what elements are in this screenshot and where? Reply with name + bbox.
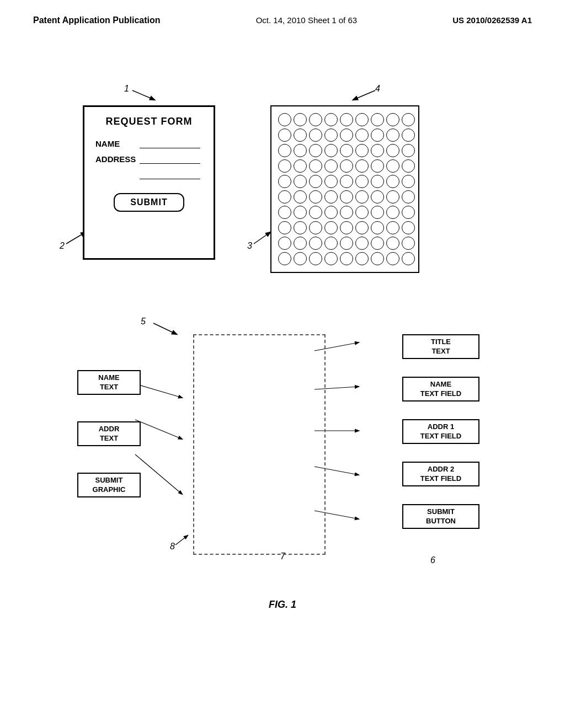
circles-grid	[278, 113, 412, 265]
circle-cell	[402, 144, 415, 157]
circle-cell	[294, 206, 307, 219]
circle-cell	[340, 237, 353, 250]
circle-cell	[355, 252, 369, 265]
header-right: US 2010/0262539 A1	[452, 15, 532, 25]
circle-cell	[340, 113, 353, 126]
circle-cell	[402, 113, 415, 126]
circle-cell	[386, 144, 399, 157]
circle-cell	[278, 190, 291, 204]
addr2-text-field-box: ADDR 2TEXT FIELD	[402, 462, 479, 486]
circle-cell	[371, 175, 384, 188]
circle-cell	[402, 190, 415, 204]
circle-cell	[294, 190, 307, 204]
circle-cell	[340, 129, 353, 142]
circle-cell	[386, 221, 399, 234]
circle-cell	[402, 159, 415, 173]
circle-cell	[371, 113, 384, 126]
circle-cell	[278, 113, 291, 126]
circle-cell	[324, 221, 338, 234]
circle-cell	[309, 206, 322, 219]
circle-cell	[340, 159, 353, 173]
svg-text:2: 2	[59, 241, 65, 250]
circle-cell	[324, 206, 338, 219]
circle-cell	[386, 237, 399, 250]
circle-cell	[278, 221, 291, 234]
circle-cell	[386, 190, 399, 204]
circle-cell	[402, 221, 415, 234]
svg-text:6: 6	[430, 555, 435, 565]
circle-cell	[371, 221, 384, 234]
circle-cell	[278, 144, 291, 157]
circle-cell	[294, 129, 307, 142]
circle-cell	[386, 159, 399, 173]
circle-cell	[386, 206, 399, 219]
circle-cell	[402, 206, 415, 219]
svg-line-1	[132, 90, 154, 100]
addr1-text-field-box: ADDR 1TEXT FIELD	[402, 419, 479, 444]
circle-cell	[309, 129, 322, 142]
svg-line-11	[135, 420, 182, 439]
svg-text:5: 5	[141, 317, 146, 326]
name-label: NAME	[95, 139, 134, 148]
svg-line-12	[135, 454, 182, 494]
circle-cell	[371, 252, 384, 265]
submit-button-box: SUBMITBUTTON	[402, 504, 479, 529]
circle-cell	[386, 113, 399, 126]
circle-cell	[355, 129, 369, 142]
circle-cell	[278, 129, 291, 142]
circle-cell	[371, 237, 384, 250]
circle-cell	[371, 190, 384, 204]
top-diagram: 1 4 2 3 REQUEST FORM NAME	[33, 81, 532, 257]
circle-cell	[294, 237, 307, 250]
circle-cell	[340, 175, 353, 188]
circle-cell	[340, 221, 353, 234]
circle-cell	[324, 129, 338, 142]
circle-cell	[294, 252, 307, 265]
circle-cell	[386, 252, 399, 265]
circle-cell	[309, 159, 322, 173]
circle-cell	[355, 190, 369, 204]
circle-cell	[294, 159, 307, 173]
circle-cell	[324, 190, 338, 204]
circle-cell	[278, 159, 291, 173]
circle-cell	[402, 175, 415, 188]
svg-text:3: 3	[247, 241, 252, 250]
circle-cell	[340, 190, 353, 204]
circle-cell	[309, 237, 322, 250]
circle-cell	[402, 237, 415, 250]
bottom-diagram: 5 8 7 6	[33, 312, 532, 566]
circle-cell	[309, 144, 322, 157]
circle-cell	[355, 221, 369, 234]
circle-cell	[294, 144, 307, 157]
circle-cell	[355, 175, 369, 188]
address-input-1[interactable]	[140, 154, 200, 164]
addr-text-box: ADDRTEXT	[77, 421, 141, 446]
circle-cell	[309, 221, 322, 234]
circle-cell	[371, 206, 384, 219]
address-input-2[interactable]	[140, 169, 200, 179]
svg-text:1: 1	[124, 84, 129, 93]
circle-cell	[402, 129, 415, 142]
circle-cell	[371, 159, 384, 173]
request-form-container: REQUEST FORM NAME ADDRESS SUBMIT	[83, 105, 215, 260]
name-input[interactable]	[140, 138, 200, 148]
circle-cell	[386, 129, 399, 142]
svg-text:4: 4	[375, 84, 380, 93]
circle-cell	[278, 175, 291, 188]
circle-cell	[294, 113, 307, 126]
circle-cell	[324, 252, 338, 265]
circle-cell	[402, 252, 415, 265]
request-form-title: REQUEST FORM	[95, 116, 202, 127]
circle-cell	[340, 206, 353, 219]
header-left: Patent Application Publication	[33, 15, 161, 25]
circle-cell	[278, 252, 291, 265]
name-text-box: NAMETEXT	[77, 370, 141, 395]
svg-line-3	[353, 90, 375, 100]
submit-button-top[interactable]: SUBMIT	[114, 193, 184, 212]
circle-cell	[355, 113, 369, 126]
circle-cell	[294, 221, 307, 234]
name-row: NAME	[95, 138, 202, 148]
circle-cell	[324, 237, 338, 250]
circle-cell	[324, 175, 338, 188]
address-label: ADDRESS	[95, 154, 134, 164]
